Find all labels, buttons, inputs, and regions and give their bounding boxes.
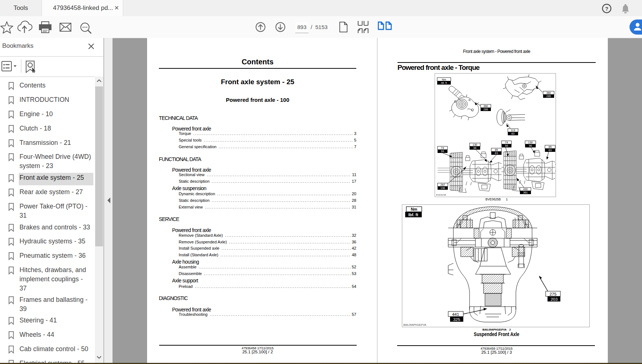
svg-text:Nm: Nm bbox=[442, 78, 446, 81]
svg-text:130: 130 bbox=[472, 143, 477, 146]
svg-text:130: 130 bbox=[528, 141, 533, 144]
svg-text:74: 74 bbox=[505, 141, 508, 144]
svg-text:361: 361 bbox=[523, 191, 528, 194]
svg-text:265: 265 bbox=[546, 94, 551, 98]
svg-text:55: 55 bbox=[441, 150, 444, 153]
svg-text:325: 325 bbox=[453, 317, 460, 322]
svg-text:?: ? bbox=[605, 6, 608, 12]
svg-text:96: 96 bbox=[473, 146, 476, 150]
svg-text:BAIL09APH181FVA: BAIL09APH181FVA bbox=[403, 324, 426, 326]
svg-text:113: 113 bbox=[511, 129, 515, 132]
svg-text:85: 85 bbox=[495, 148, 498, 151]
svg-text:96: 96 bbox=[529, 144, 532, 147]
svg-text:lbf. ft: lbf. ft bbox=[441, 82, 447, 84]
svg-text:BVE0625B: BVE0625B bbox=[436, 194, 446, 196]
svg-text:85: 85 bbox=[549, 145, 552, 149]
svg-text:83: 83 bbox=[511, 132, 514, 135]
svg-text:360: 360 bbox=[484, 104, 488, 108]
svg-text:74: 74 bbox=[441, 146, 444, 150]
svg-text:275: 275 bbox=[549, 292, 556, 296]
svg-text:lbf. ft: lbf. ft bbox=[409, 213, 418, 217]
svg-text:196: 196 bbox=[441, 186, 445, 190]
svg-text:265: 265 bbox=[484, 108, 488, 111]
svg-text:267: 267 bbox=[441, 183, 445, 186]
svg-text:490: 490 bbox=[523, 188, 528, 191]
svg-text:360: 360 bbox=[546, 91, 551, 94]
svg-text:55: 55 bbox=[505, 144, 508, 147]
svg-text:63: 63 bbox=[495, 151, 498, 155]
svg-text:203: 203 bbox=[550, 297, 557, 301]
svg-text:441: 441 bbox=[452, 312, 459, 317]
svg-text:63: 63 bbox=[549, 149, 552, 152]
svg-text:Nm: Nm bbox=[411, 207, 417, 211]
